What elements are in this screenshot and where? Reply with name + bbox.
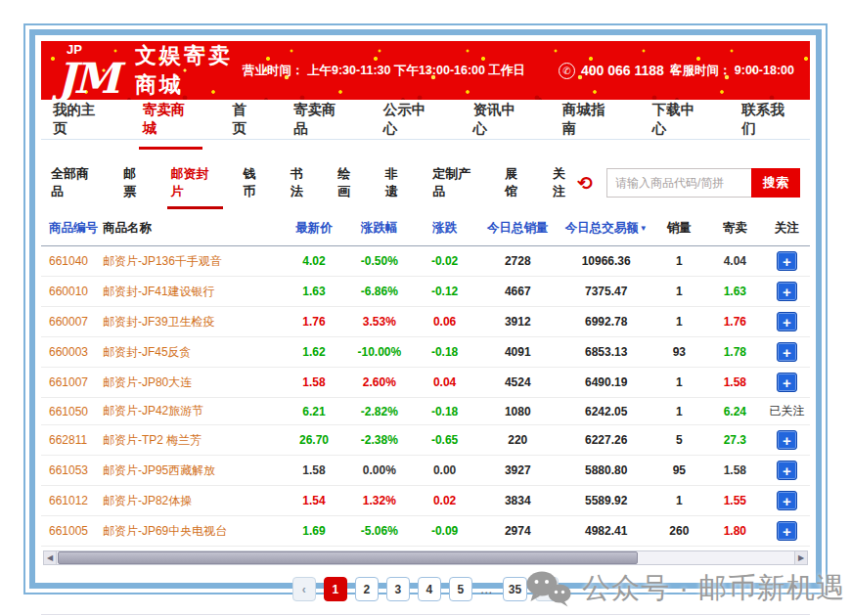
scrollbar-thumb[interactable] xyxy=(58,551,638,564)
service-hours: 客服时间： 9:00-18:00 xyxy=(670,63,794,79)
column-header-商品名称: 商品名称 xyxy=(99,212,284,246)
product-name: 邮资片-JP136千手观音 xyxy=(99,246,284,277)
nav-item-3[interactable]: 首页 xyxy=(230,90,262,149)
today-total-volume: 220 xyxy=(475,425,560,456)
nav-item-6[interactable]: 资讯中心 xyxy=(470,90,531,149)
sale-quantity: 1 xyxy=(652,307,706,337)
category-tab-2[interactable]: 邮票 xyxy=(123,165,148,200)
column-header-今日总销量: 今日总销量 xyxy=(475,212,560,246)
add-follow-button[interactable]: + xyxy=(777,282,797,301)
add-follow-button[interactable]: + xyxy=(777,521,797,541)
column-header-今日总交易额[interactable]: 今日总交易额▼ xyxy=(560,212,652,246)
toolbar: 全部商品邮票邮资封片钱币书法绘画非遗定制产品展馆关注 ⟳ 搜索 xyxy=(41,165,810,212)
today-total-amount: 7375.47 xyxy=(560,277,652,307)
nav-item-7[interactable]: 商城指南 xyxy=(560,90,621,149)
nav-item-1[interactable]: 我的主页 xyxy=(51,90,112,149)
today-total-volume: 2728 xyxy=(475,246,560,277)
change-percent: 1.32% xyxy=(344,486,414,516)
change-value: -0.18 xyxy=(414,398,475,425)
change-percent: -5.06% xyxy=(344,516,414,547)
product-code: 661050 xyxy=(41,398,99,425)
sale-quantity: 93 xyxy=(652,337,706,368)
service-contact: ✆ 400 066 1188 客服时间： 9:00-18:00 xyxy=(559,63,794,79)
phone-icon: ✆ xyxy=(559,63,575,79)
product-name: 邮资片-JP42旅游节 xyxy=(99,398,284,425)
change-percent: -2.38% xyxy=(344,425,414,456)
nav-item-4[interactable]: 寄卖商品 xyxy=(291,90,352,149)
page-button-35[interactable]: 35 xyxy=(503,577,527,601)
today-total-amount: 6227.26 xyxy=(560,425,652,456)
category-tab-7[interactable]: 非遗 xyxy=(385,165,410,200)
add-follow-button[interactable]: + xyxy=(777,461,797,480)
sale-quantity: 1 xyxy=(652,368,706,398)
category-tab-9[interactable]: 展馆 xyxy=(505,165,529,200)
category-tab-1[interactable]: 全部商品 xyxy=(51,165,101,200)
add-follow-button[interactable]: + xyxy=(777,312,797,331)
product-row-661005: 661005邮资片-JP69中央电视台1.69-5.06%-0.09297449… xyxy=(41,516,810,547)
today-total-amount: 5589.92 xyxy=(560,486,652,516)
today-total-amount: 6992.78 xyxy=(560,307,652,337)
prev-page-button[interactable]: ‹ xyxy=(292,577,316,601)
add-follow-button[interactable]: + xyxy=(777,430,797,450)
consign-price: 1.78 xyxy=(706,337,764,368)
page-button-2[interactable]: 2 xyxy=(355,577,379,601)
product-name: 邮资片-JP69中央电视台 xyxy=(99,516,284,547)
today-total-amount: 5880.80 xyxy=(560,456,652,486)
product-row-661007: 661007邮资片-JP80大连1.582.60%0.0445246490.19… xyxy=(41,368,810,398)
add-follow-button[interactable]: + xyxy=(777,251,797,271)
follow-cell: + xyxy=(764,516,810,547)
search-button[interactable]: 搜索 xyxy=(751,168,800,198)
search-box: 搜索 xyxy=(606,168,800,198)
refresh-icon[interactable]: ⟳ xyxy=(577,174,593,193)
latest-price: 1.69 xyxy=(284,516,345,547)
category-tab-4[interactable]: 钱币 xyxy=(243,165,267,200)
product-name: 邮资片-TP2 梅兰芳 xyxy=(99,425,284,456)
page-button-3[interactable]: 3 xyxy=(386,577,410,601)
change-value: -0.02 xyxy=(414,246,475,277)
today-total-amount: 6242.05 xyxy=(560,398,652,425)
nav-item-9[interactable]: 联系我们 xyxy=(739,90,800,149)
today-total-amount: 6853.13 xyxy=(560,337,652,368)
category-tab-3[interactable]: 邮资封片 xyxy=(170,165,220,200)
column-header-涨跌: 涨跌 xyxy=(414,212,475,246)
change-value: -0.12 xyxy=(414,277,475,307)
add-follow-button[interactable]: + xyxy=(777,342,797,362)
scroll-right-arrow[interactable]: ▶ xyxy=(794,551,807,564)
nav-item-2[interactable]: 寄卖商城 xyxy=(141,90,202,149)
product-name: 邮资封-JF41建设银行 xyxy=(99,277,284,307)
page-button-1[interactable]: 1 xyxy=(324,577,347,601)
scroll-left-arrow[interactable]: ◀ xyxy=(44,551,57,564)
product-row-660003: 660003邮资封-JF45反贪1.62-10.00%-0.1840916853… xyxy=(41,337,810,368)
category-tab-6[interactable]: 绘画 xyxy=(337,165,362,200)
category-tab-5[interactable]: 书法 xyxy=(291,165,315,200)
page-ellipsis: … xyxy=(480,582,495,596)
category-tabs: 全部商品邮票邮资封片钱币书法绘画非遗定制产品展馆关注 xyxy=(51,165,577,200)
nav-item-5[interactable]: 公示中心 xyxy=(381,90,442,149)
add-follow-button[interactable]: + xyxy=(777,491,797,510)
consign-price: 1.80 xyxy=(706,516,764,547)
category-tab-10[interactable]: 关注 xyxy=(553,165,577,200)
product-name: 邮资片-JP80大连 xyxy=(99,368,284,398)
change-percent: 2.60% xyxy=(344,368,414,398)
latest-price: 1.63 xyxy=(284,277,345,307)
product-name: 邮资封-JF45反贪 xyxy=(99,337,284,368)
follow-cell: + xyxy=(764,307,810,337)
horizontal-scrollbar[interactable]: ◀ ▶ xyxy=(43,550,808,565)
sale-quantity: 260 xyxy=(652,516,706,547)
product-name: 邮资片-JP82体操 xyxy=(99,486,284,516)
change-value: 0.06 xyxy=(414,307,475,337)
page-button-4[interactable]: 4 xyxy=(418,577,441,601)
page-button-5[interactable]: 5 xyxy=(449,577,472,601)
search-input[interactable] xyxy=(606,168,751,198)
page: JP JM 文娱寄卖商城 营业时间： 上午9:30-11:30 下午13:00-… xyxy=(0,0,851,616)
sale-quantity: 1 xyxy=(652,486,706,516)
add-follow-button[interactable]: + xyxy=(777,373,797,392)
consign-price: 27.3 xyxy=(706,425,764,456)
nav-item-8[interactable]: 下载中心 xyxy=(650,90,711,149)
today-total-volume: 3834 xyxy=(475,486,560,516)
category-tab-8[interactable]: 定制产品 xyxy=(432,165,482,200)
follow-cell: + xyxy=(764,337,810,368)
product-code: 662811 xyxy=(41,425,99,456)
today-total-amount: 10966.36 xyxy=(560,246,652,277)
change-value: 0.02 xyxy=(414,486,475,516)
